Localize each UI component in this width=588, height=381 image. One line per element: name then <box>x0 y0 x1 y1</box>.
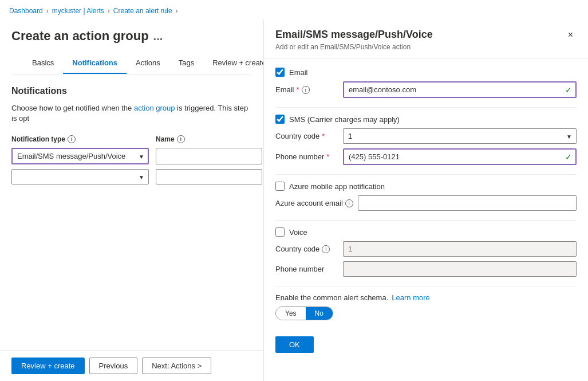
col-type-header: Notification type i <box>11 135 149 143</box>
voice-country-code-row: Country code i <box>275 241 577 257</box>
voice-checkbox[interactable] <box>275 227 285 237</box>
azure-email-field-row: Azure account email i <box>275 195 577 211</box>
country-code-dropdown-wrapper: 1 ▼ <box>343 128 577 144</box>
flyout-content: Email Email * i ✓ <box>264 58 588 381</box>
voice-checkbox-row: Voice <box>275 227 577 237</box>
phone-number-field-row: Phone number * ✓ <box>275 148 577 165</box>
notifications-title: Notifications <box>11 86 251 96</box>
voice-country-code-input <box>343 241 577 257</box>
email-field-row: Email * i ✓ <box>275 81 577 98</box>
azure-email-label: Azure account email i <box>275 199 353 207</box>
notification-type-select-wrapper: Email/SMS message/Push/Voice ▼ <box>11 148 149 164</box>
sms-checkbox-row: SMS (Carrier charges may apply) <box>275 115 577 124</box>
flyout-title: Email/SMS message/Push/Voice <box>275 29 433 41</box>
tab-actions[interactable]: Actions <box>127 53 169 74</box>
notification-type-select-2[interactable] <box>11 169 149 184</box>
left-content: Notifications Choose how to get notified… <box>0 74 263 350</box>
email-info-icon[interactable]: i <box>302 86 310 94</box>
flyout-subtitle: Add or edit an Email/SMS/Push/Voice acti… <box>275 43 433 51</box>
country-code-label: Country code * <box>275 132 338 140</box>
previous-button[interactable]: Previous <box>89 358 138 374</box>
toggle-yes-button[interactable]: Yes <box>276 307 306 320</box>
voice-country-code-label: Country code i <box>275 245 338 253</box>
phone-required: * <box>326 152 329 161</box>
col-type-label: Notification type <box>11 135 65 143</box>
email-checkbox-row: Email <box>275 68 577 77</box>
azure-section: Azure mobile app notification Azure acco… <box>275 182 577 211</box>
ok-button[interactable]: OK <box>275 336 314 353</box>
col-name-info-icon[interactable]: i <box>177 135 185 143</box>
tabs: Basics Notifications Actions Tags Review… <box>11 53 251 74</box>
next-button[interactable]: Next: Actions > <box>142 358 211 374</box>
col-type-info-icon[interactable]: i <box>68 135 76 143</box>
country-code-required: * <box>322 132 325 140</box>
toggle-no-button[interactable]: No <box>306 307 333 320</box>
country-code-select[interactable]: 1 <box>343 128 577 144</box>
voice-country-code-info-icon[interactable]: i <box>322 245 330 253</box>
email-checkbox-label: Email <box>289 68 308 77</box>
email-required: * <box>297 85 299 94</box>
azure-email-info-icon[interactable]: i <box>345 199 353 207</box>
divider-3 <box>275 220 577 221</box>
notification-name-input[interactable] <box>156 148 262 164</box>
left-header: Create an action group ... Basics Notifi… <box>0 19 263 74</box>
schema-label: Enable the common alert schema. <box>275 293 388 302</box>
breadcrumb-sep1: › <box>46 7 49 15</box>
voice-phone-label: Phone number <box>275 265 338 273</box>
azure-checkbox-label: Azure mobile app notification <box>289 182 385 191</box>
breadcrumb-cluster[interactable]: mycluster | Alerts <box>52 7 104 15</box>
toggle-row: Yes No <box>275 307 577 320</box>
voice-country-code-wrapper <box>343 241 577 257</box>
phone-label: Phone number * <box>275 152 338 161</box>
voice-checkbox-label: Voice <box>289 228 307 237</box>
notifications-desc: Choose how to get notified when the acti… <box>11 103 251 124</box>
footer: Review + create Previous Next: Actions > <box>0 350 263 381</box>
email-valid-icon: ✓ <box>565 85 572 95</box>
table-row: Email/SMS message/Push/Voice ▼ <box>11 148 251 164</box>
email-label: Email * i <box>275 85 338 94</box>
email-input[interactable] <box>343 81 577 98</box>
tab-basics[interactable]: Basics <box>23 53 63 74</box>
voice-phone-input <box>343 261 577 277</box>
tab-notifications[interactable]: Notifications <box>63 53 127 74</box>
flyout-title-group: Email/SMS message/Push/Voice Add or edit… <box>275 29 433 51</box>
divider-2 <box>275 174 577 175</box>
country-code-field-row: Country code * 1 ▼ <box>275 128 577 144</box>
col-name-header: Name i <box>156 135 251 143</box>
azure-email-input-wrapper <box>358 195 577 211</box>
divider-1 <box>275 107 577 108</box>
toggle-group: Yes No <box>275 307 333 320</box>
phone-input-wrapper: ✓ <box>343 148 577 165</box>
notifications-table: Notification type i Name i Ema <box>11 135 251 184</box>
breadcrumb-create-alert[interactable]: Create an alert rule <box>113 7 172 15</box>
azure-checkbox-row: Azure mobile app notification <box>275 182 577 191</box>
tab-tags[interactable]: Tags <box>169 53 203 74</box>
page-title-row: Create an action group ... <box>11 29 251 44</box>
notification-type-select-wrapper-2: ▼ <box>11 169 149 184</box>
breadcrumb-sep3: › <box>176 7 178 15</box>
left-panel: Create an action group ... Basics Notifi… <box>0 19 263 381</box>
voice-phone-row: Phone number <box>275 261 577 277</box>
action-group-link[interactable]: action group <box>134 104 175 112</box>
breadcrumb-dashboard[interactable]: Dashboard <box>9 7 43 15</box>
divider-4 <box>275 286 577 286</box>
learn-more-link[interactable]: Learn more <box>392 293 429 302</box>
sms-checkbox[interactable] <box>275 115 285 124</box>
azure-checkbox[interactable] <box>275 182 285 191</box>
azure-email-input[interactable] <box>358 195 577 211</box>
phone-input[interactable] <box>343 148 577 165</box>
review-create-button[interactable]: Review + create <box>11 358 85 374</box>
page-title-dots[interactable]: ... <box>153 30 163 43</box>
flyout-header: Email/SMS message/Push/Voice Add or edit… <box>264 19 588 58</box>
email-checkbox[interactable] <box>275 68 285 77</box>
schema-section: Enable the common alert schema. Learn mo… <box>275 293 577 320</box>
flyout-close-button[interactable]: × <box>565 29 577 41</box>
email-input-wrapper: ✓ <box>343 81 577 98</box>
notification-name-input-2[interactable] <box>156 169 262 184</box>
notification-type-select[interactable]: Email/SMS message/Push/Voice <box>11 148 149 164</box>
schema-row: Enable the common alert schema. Learn mo… <box>275 293 577 302</box>
email-section: Email Email * i ✓ <box>275 68 577 98</box>
voice-section: Voice Country code i Phone number <box>275 227 577 277</box>
breadcrumb-sep2: › <box>108 7 110 15</box>
phone-valid-icon: ✓ <box>565 152 572 162</box>
